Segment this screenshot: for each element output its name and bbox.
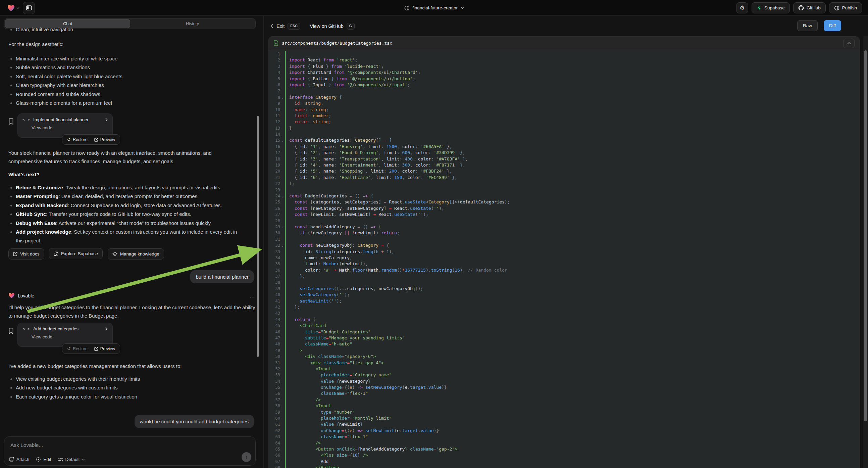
code-text: <div className="space-y-6"> [289,353,376,359]
code-scrollbar-thumb[interactable] [864,50,867,421]
manage-knowledge-button[interactable]: Manage knowledge [108,248,164,260]
visit-docs-button[interactable]: Visit docs [8,248,44,260]
project-switcher[interactable]: financial-future-creator [404,0,464,16]
code-text: /> [289,397,321,403]
fold-spacer [280,378,285,384]
send-button[interactable]: ↑ [242,452,251,462]
exit-button[interactable]: Exit ESC [271,23,300,30]
line-number: 52 [269,366,280,372]
raw-toggle-button[interactable]: Raw [797,20,818,31]
preview-button[interactable]: Preview [92,347,118,351]
mode-selector[interactable]: Default [58,457,85,462]
attach-button[interactable]: Attach [9,457,29,462]
code-text: }; [289,273,305,279]
code-text: placeholder="Category name" [289,372,392,378]
view-code-link[interactable]: View code [32,334,108,340]
line-number: 34 [269,255,280,261]
fold-chevron-icon[interactable]: ⌄ [280,137,285,143]
view-code-link[interactable]: View code [32,125,108,130]
assistant-paragraph: Your sleek financial planner is now read… [8,149,240,166]
code-view-header: Exit ESC View on GitHub G Raw Diff [264,16,868,36]
list-item: Each category gets a unique color for vi… [8,392,243,401]
diff-added-bar [285,360,286,366]
line-number: 41 [269,298,280,304]
diff-added-bar [285,366,286,372]
code-line: 25 const [categories, setCategories] = R… [269,199,859,205]
line-number: 2 [269,57,280,63]
diff-added-bar [285,69,286,76]
user-message-bubble: build a financial planner [190,270,254,283]
fold-chevron-icon[interactable]: ⌄ [280,94,285,100]
fold-chevron-icon[interactable]: ⌄ [280,193,285,199]
restore-icon: ↺ [67,137,71,142]
preview-label: Preview [100,137,115,142]
preview-button[interactable]: Preview [92,137,118,142]
explore-supabase-button[interactable]: Explore Supabase [49,248,103,259]
line-number: 6 [269,82,280,88]
chat-scrollbar[interactable] [257,116,259,357]
chat-input[interactable]: Ask Lovable... [10,442,43,448]
collapse-file-button[interactable] [843,39,855,48]
fold-spacer [280,384,285,390]
line-number: 48 [269,341,280,347]
publish-button[interactable]: Publish [829,2,862,13]
line-number: 18 [269,156,280,162]
list-item: Clean typography with clear hierarchies [8,81,243,90]
diff-added-bar [285,434,286,440]
code-text: { id: '3', name: 'Transportation', limit… [289,156,468,162]
code-text: const [newLimit, setNewLimit] = React.us… [289,211,429,217]
restore-button[interactable]: ↺ Restore [64,137,90,142]
diff-toggle-button[interactable]: Diff [824,20,841,31]
code-line: 42 }; [269,304,859,310]
code-scrollbar-track[interactable] [863,36,868,468]
explore-supabase-label: Explore Supabase [61,251,98,256]
chevron-down-icon [17,7,20,9]
user-message-bubble: would be cool if you could add budget ca… [134,415,254,428]
github-button[interactable]: GitHub [793,2,826,13]
manage-knowledge-label: Manage knowledge [120,252,159,257]
code-text: <Plus size={16} /> [289,452,368,458]
code-line: 56 className="flex-1" [269,390,859,397]
line-number: 13 [269,125,280,131]
edit-button[interactable]: Edit [36,457,51,462]
fold-spacer [280,131,285,137]
line-number: 68 [269,465,280,468]
chat-composer: Ask Lovable... Attach Edit Default ↑ [4,436,256,466]
line-number: 50 [269,353,280,359]
file-header[interactable]: src/components/budget/BudgetCategories.t… [269,37,859,50]
code-line: 51 <div className="flex gap-4"> [269,360,859,366]
code-icon: < > [23,327,30,331]
diff-added-bar [285,378,286,384]
diff-added-bar [285,125,286,131]
restore-button-disabled[interactable]: ↺ Restore [64,346,90,351]
supabase-button[interactable]: Supabase [751,2,790,13]
added-bullet-list: View existing budget categories with the… [8,375,243,401]
restore-label: Restore [73,347,88,351]
toggle-sidebar-button[interactable] [23,2,35,14]
list-item: View existing budget categories with the… [8,375,243,383]
chevron-down-icon [82,459,85,461]
fold-spacer [280,156,285,162]
chat-bubble-icon [54,252,58,256]
fold-spacer [280,335,285,341]
fold-spacer [280,150,285,156]
message-menu-button[interactable]: … [250,293,255,298]
line-number: 38 [269,279,280,285]
code-line: 43 [269,310,859,316]
view-on-github-button[interactable]: View on GitHub G [310,23,355,30]
code-text: > [289,348,302,353]
diff-added-bar [285,205,286,211]
code-text: const handleAddCategory = () => { [289,224,381,230]
esc-shortcut-badge: ESC [287,23,300,30]
bookmark-icon[interactable] [8,118,14,125]
lovable-logo-menu[interactable] [7,5,20,11]
code-text: className="flex-1" [289,434,368,440]
settings-button[interactable]: ⚙ [736,2,748,13]
diff-added-bar [285,63,286,69]
bookmark-icon[interactable] [8,328,14,334]
fold-spacer [280,255,285,261]
line-number: 27 [269,211,280,217]
code-text: const BudgetCategories = () => { [289,193,373,199]
fold-chevron-icon[interactable]: ⌄ [280,224,285,230]
fold-chevron-icon[interactable]: ⌄ [280,242,285,248]
